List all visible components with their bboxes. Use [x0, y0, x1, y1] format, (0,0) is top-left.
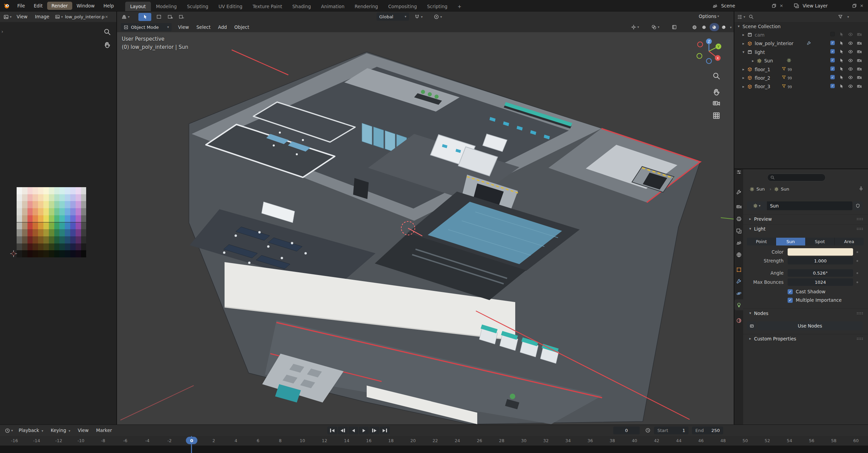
render-visibility-icon[interactable]	[857, 84, 862, 89]
timeline-menu-marker[interactable]: Marker	[92, 425, 116, 436]
datablock-name-field[interactable]: Sun	[767, 201, 852, 210]
section-nodes[interactable]: ▾Nodes	[743, 309, 868, 317]
playhead-frame-indicator[interactable]: 0	[186, 437, 197, 444]
remove-view-layer-icon[interactable]: ×	[860, 3, 864, 8]
viewport-ortho-toggle-icon[interactable]	[712, 112, 720, 120]
hide-icon[interactable]	[848, 49, 853, 54]
hide-icon[interactable]	[848, 84, 853, 89]
zoom-gizmo-icon[interactable]	[103, 28, 111, 36]
tab-physics[interactable]	[734, 288, 743, 299]
selectable-icon[interactable]	[839, 32, 844, 37]
angle-field[interactable]: 0.526°	[788, 269, 853, 277]
editor-type-timeline-button[interactable]: ▾	[5, 428, 13, 433]
tab-object-data[interactable]	[734, 299, 743, 310]
selectable-checkbox[interactable]: ✓	[830, 84, 835, 88]
selectable-checkbox[interactable]: ✓	[830, 49, 835, 54]
add-workspace-button[interactable]: +	[452, 2, 466, 11]
outliner-filter-icon[interactable]	[838, 14, 843, 19]
tab-tool[interactable]	[734, 186, 743, 197]
current-frame-field[interactable]: 0	[613, 427, 640, 434]
play-button[interactable]	[359, 427, 369, 434]
jump-to-start-button[interactable]	[327, 427, 337, 434]
frame-start-field[interactable]: Start 1	[654, 427, 689, 434]
animate-dot[interactable]	[856, 260, 858, 262]
image-editor-menu-view[interactable]: View	[13, 12, 31, 22]
topbar-menu-window[interactable]: Window	[72, 2, 99, 10]
animate-dot[interactable]	[856, 251, 858, 253]
selectable-checkbox[interactable]: ✓	[830, 58, 835, 62]
play-reverse-button[interactable]	[348, 427, 358, 434]
render-visibility-icon[interactable]	[857, 32, 862, 37]
selectable-icon[interactable]	[839, 49, 844, 54]
viewport-camera-view-icon[interactable]	[712, 99, 720, 107]
properties-search-input[interactable]	[767, 174, 826, 181]
viewport-pan-icon[interactable]	[712, 88, 720, 96]
multiple-importance-checkbox[interactable]: ✓	[788, 298, 793, 303]
panel-grip[interactable]	[856, 312, 863, 315]
unlink-scene-icon[interactable]: ×	[779, 3, 783, 8]
selectable-checkbox[interactable]: ✓	[830, 66, 835, 71]
outliner-row-scene-collection[interactable]: ▾Scene Collection	[734, 22, 868, 31]
use-preview-range-icon[interactable]	[645, 428, 651, 433]
tab-output[interactable]	[734, 213, 743, 224]
tab-object[interactable]	[734, 264, 743, 275]
hide-icon[interactable]	[848, 58, 853, 63]
blender-logo-icon[interactable]	[3, 2, 10, 9]
mode-dropdown[interactable]: Object Mode▾	[121, 23, 172, 31]
render-visibility-icon[interactable]	[857, 66, 862, 72]
viewport-menu-view[interactable]: View	[174, 22, 193, 33]
section-light[interactable]: ▾Light	[743, 224, 868, 233]
previous-keyframe-button[interactable]	[338, 427, 348, 434]
outliner-row-light[interactable]: ▾light✓	[734, 48, 868, 56]
new-view-layer-icon[interactable]	[852, 3, 857, 8]
pin-icon[interactable]	[859, 186, 864, 191]
outliner-row-cam[interactable]: ▸cam	[734, 31, 868, 39]
selectable-icon[interactable]	[839, 84, 844, 89]
select-mode-subtract-icon[interactable]	[178, 14, 184, 20]
timeline-menu-keying[interactable]: Keying ▾	[47, 425, 74, 436]
proportional-edit-toggle[interactable]: ▾	[433, 14, 442, 20]
topbar-menu-edit[interactable]: Edit	[30, 2, 47, 10]
workspace-tab-layout[interactable]: Layout	[125, 2, 151, 11]
workspace-tab-sculpting[interactable]: Sculpting	[182, 2, 213, 11]
jump-to-end-button[interactable]	[380, 427, 390, 434]
navigation-gizmo[interactable]: Z Y X	[695, 37, 723, 65]
snap-toggle[interactable]: ▾	[414, 14, 423, 20]
light-type-area[interactable]: Area	[835, 238, 864, 245]
scene-name[interactable]: Scene	[721, 3, 735, 8]
image-editor-canvas[interactable]: ›	[0, 22, 116, 425]
light-type-point[interactable]: Point	[747, 238, 776, 245]
hide-icon[interactable]	[848, 41, 853, 46]
render-visibility-icon[interactable]	[857, 49, 862, 54]
strength-field[interactable]: 1.000	[788, 257, 853, 264]
new-scene-icon[interactable]	[772, 3, 776, 8]
tab-render[interactable]	[734, 201, 743, 212]
selectable-checkbox[interactable]	[830, 32, 835, 36]
shading-dropdown-icon[interactable]: ▾	[730, 26, 732, 29]
panel-grip[interactable]	[856, 228, 863, 230]
animate-dot[interactable]	[856, 272, 858, 274]
view-layer-name[interactable]: View Layer	[803, 3, 828, 8]
shading-solid-icon[interactable]	[701, 25, 707, 30]
editor-type-image-button[interactable]: ▾	[3, 14, 12, 20]
selectable-checkbox[interactable]: ✓	[830, 75, 835, 79]
nodetree-icon-button[interactable]	[747, 321, 756, 330]
active-tool-select-button[interactable]	[138, 13, 151, 21]
view-layer-icon[interactable]	[794, 3, 799, 8]
overlays-toggle[interactable]: ▾	[651, 24, 659, 30]
viewport-zoom-icon[interactable]	[712, 72, 720, 80]
unlink-image-icon[interactable]: ×	[105, 15, 108, 19]
outliner-row-low-poly-interior[interactable]: ▸low_poly_interior✓	[734, 39, 868, 48]
editor-type-3d-button[interactable]: ▾	[121, 14, 130, 20]
options-dropdown[interactable]: Options▾	[699, 14, 719, 19]
workspace-tab-scripting[interactable]: Scripting	[422, 2, 452, 11]
gizmos-toggle[interactable]: ▾	[631, 24, 639, 30]
viewport-menu-select[interactable]: Select	[193, 22, 214, 33]
tab-material[interactable]	[734, 315, 743, 326]
workspace-tab-compositing[interactable]: Compositing	[383, 2, 422, 11]
outliner-row-sun[interactable]: ▸Sun✓	[734, 57, 868, 65]
transform-orientation-dropdown[interactable]: Global▾	[377, 13, 409, 21]
frame-end-field[interactable]: End 250	[692, 427, 723, 434]
panel-grip[interactable]	[856, 218, 863, 220]
light-type-sun[interactable]: Sun	[776, 238, 805, 245]
